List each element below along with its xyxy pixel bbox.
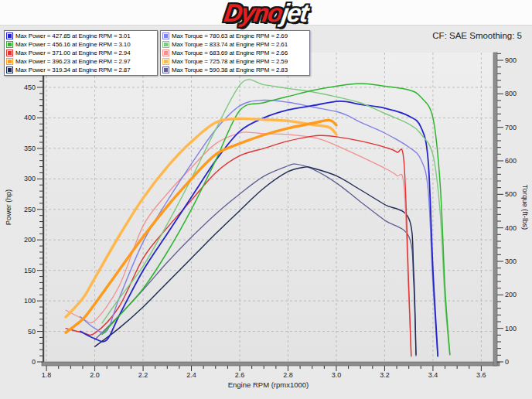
svg-text:900: 900 — [505, 56, 517, 64]
legend-label: Max Power = 427.85 at Engine RPM = 3.01 — [15, 32, 130, 39]
svg-text:500: 500 — [505, 190, 517, 198]
svg-text:400: 400 — [505, 224, 517, 232]
svg-text:2.8: 2.8 — [283, 371, 293, 379]
svg-text:100: 100 — [24, 297, 36, 305]
legend-label: Max Power = 371.00 at Engine RPM = 2.94 — [15, 49, 130, 56]
legend-label: Max Torque = 683.69 at Engine RPM = 2.66 — [172, 49, 288, 56]
svg-text:2.2: 2.2 — [138, 371, 148, 379]
svg-text:150: 150 — [24, 267, 36, 275]
legend-label: Max Torque = 725.78 at Engine RPM = 2.59 — [172, 58, 288, 65]
svg-text:50: 50 — [28, 328, 36, 336]
svg-text:350: 350 — [24, 145, 36, 152]
svg-text:3.4: 3.4 — [428, 371, 438, 379]
svg-text:3.0: 3.0 — [332, 371, 342, 379]
svg-text:400: 400 — [24, 114, 36, 121]
svg-text:600: 600 — [505, 157, 517, 165]
legend-row-power-4[interactable]: Max Power = 396.23 at Engine RPM = 2.97 — [6, 57, 155, 66]
legend-label: Max Power = 396.23 at Engine RPM = 2.97 — [15, 58, 130, 65]
svg-text:800: 800 — [505, 90, 517, 97]
legend-color-swatch-icon — [6, 41, 13, 48]
torque-legend-box: Max Torque = 780.63 at Engine RPM = 2.69… — [160, 30, 310, 76]
x-axis-label: Engine RPM (rpmx1000) — [228, 380, 309, 389]
svg-text:3.6: 3.6 — [476, 371, 486, 379]
legend-row-torque-5[interactable]: Max Torque = 590.38 at Engine RPM = 2.83 — [162, 66, 308, 74]
legend-color-swatch-icon — [6, 49, 13, 56]
svg-text:0: 0 — [505, 358, 509, 366]
legend-label: Max Torque = 590.38 at Engine RPM = 2.83 — [172, 66, 288, 73]
legend-color-swatch-icon — [6, 66, 13, 73]
dynojet-window: Dynojet CF: SAE Smoothing: 5 1.82.02.22.… — [0, 0, 532, 399]
legend-color-swatch-icon — [162, 41, 169, 48]
svg-text:2.6: 2.6 — [235, 371, 245, 379]
legend-color-swatch-icon — [162, 58, 169, 65]
svg-text:300: 300 — [24, 175, 36, 182]
svg-text:1.8: 1.8 — [42, 371, 52, 379]
legend-color-swatch-icon — [162, 49, 169, 56]
y-axis-left-label: Power (hp) — [4, 189, 12, 225]
legend-row-power-1[interactable]: Max Power = 427.85 at Engine RPM = 3.01 — [6, 32, 155, 40]
svg-text:2.0: 2.0 — [90, 371, 100, 379]
legend-label: Max Torque = 780.63 at Engine RPM = 2.69 — [172, 32, 288, 39]
legend-row-torque-2[interactable]: Max Torque = 833.74 at Engine RPM = 2.61 — [162, 40, 308, 49]
svg-text:200: 200 — [505, 291, 517, 298]
power-legend-box: Max Power = 427.85 at Engine RPM = 3.01M… — [4, 30, 158, 76]
svg-text:450: 450 — [24, 84, 36, 91]
svg-text:0: 0 — [32, 358, 36, 366]
legend-row-power-5[interactable]: Max Power = 319.34 at Engine RPM = 2.87 — [6, 66, 155, 74]
svg-text:700: 700 — [505, 124, 517, 131]
legend-row-power-2[interactable]: Max Power = 456.16 at Engine RPM = 3.10 — [6, 40, 155, 49]
legend-row-power-3[interactable]: Max Power = 371.00 at Engine RPM = 2.94 — [6, 49, 155, 57]
legend-label: Max Power = 456.16 at Engine RPM = 3.10 — [15, 41, 130, 48]
legend-row-torque-1[interactable]: Max Torque = 780.63 at Engine RPM = 2.69 — [162, 32, 308, 40]
legend-color-swatch-icon — [6, 58, 13, 65]
svg-text:300: 300 — [505, 257, 517, 265]
legend-row-torque-4[interactable]: Max Torque = 725.78 at Engine RPM = 2.59 — [162, 57, 308, 66]
svg-text:100: 100 — [505, 325, 517, 332]
svg-text:3.2: 3.2 — [380, 371, 390, 379]
legend-row-torque-3[interactable]: Max Torque = 683.69 at Engine RPM = 2.66 — [162, 49, 308, 57]
svg-text:200: 200 — [24, 236, 36, 244]
y-axis-right-label: Torque (ft-lbs) — [521, 185, 530, 230]
legend-label: Max Torque = 833.74 at Engine RPM = 2.61 — [172, 41, 288, 48]
legend-color-swatch-icon — [162, 66, 169, 73]
svg-text:2.4: 2.4 — [186, 371, 196, 379]
svg-text:250: 250 — [24, 206, 36, 213]
legend-color-swatch-icon — [162, 32, 169, 39]
legend-color-swatch-icon — [6, 32, 13, 39]
legend-label: Max Power = 319.34 at Engine RPM = 2.87 — [15, 66, 130, 73]
